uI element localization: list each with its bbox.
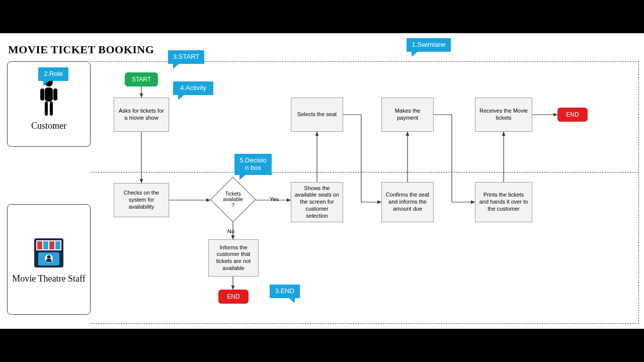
callout-start-label: 3.START xyxy=(173,53,199,60)
swimlane-container xyxy=(91,61,639,324)
diagram-canvas: MOVIE TICKET BOOKING Customer Movie The xyxy=(0,33,644,329)
callout-activity: 4.Activity xyxy=(173,81,213,95)
svg-rect-9 xyxy=(43,241,48,249)
edge-label-no: No xyxy=(226,228,235,234)
callout-swimlane: 1.Swimlane xyxy=(407,38,451,52)
role-customer-label: Customer xyxy=(31,121,66,131)
svg-rect-3 xyxy=(53,88,57,101)
activity-confirm: Confirms the seat and informs the amount… xyxy=(381,182,434,222)
svg-point-14 xyxy=(47,255,51,258)
svg-rect-10 xyxy=(49,241,54,249)
activity-receive: Receives the Movie tickets xyxy=(475,98,532,132)
activity-inform-na: Informs the customer that tickets are no… xyxy=(208,239,259,277)
edge-label-yes: Yes xyxy=(269,196,280,202)
callout-swimlane-label: 1.Swimlane xyxy=(412,41,445,48)
callout-start: 3.START xyxy=(168,50,204,64)
end-node-2: END xyxy=(218,290,249,304)
svg-rect-11 xyxy=(55,241,60,249)
callout-end: 3.END xyxy=(270,285,300,298)
svg-rect-15 xyxy=(46,259,51,262)
activity-select-seat: Selects the seat xyxy=(291,98,343,132)
diagram-title: MOVIE TICKET BOOKING xyxy=(8,43,154,56)
callout-activity-label: 4.Activity xyxy=(180,84,206,92)
decision-label: Tickets available ? xyxy=(210,177,256,222)
end-node-1: END xyxy=(557,108,588,122)
role-staff: Movie Theatre Staff xyxy=(7,204,91,315)
activity-print: Prints the tickets and hands it over to … xyxy=(475,182,532,222)
svg-rect-4 xyxy=(45,102,48,116)
ticket-booth-icon xyxy=(31,235,66,270)
callout-decision-label: 5.Decisio n box xyxy=(239,156,266,171)
svg-rect-1 xyxy=(45,87,53,102)
callout-decision: 5.Decisio n box xyxy=(234,154,272,175)
role-staff-label: Movie Theatre Staff xyxy=(12,274,85,284)
decision-tickets-available: Tickets available ? xyxy=(210,177,256,222)
svg-rect-5 xyxy=(50,102,53,116)
activity-check: Checks on the system for availability xyxy=(114,183,169,217)
callout-role-label: 2.Role xyxy=(44,70,63,77)
activity-show-seats: Shows the available seats on the screen … xyxy=(291,182,343,222)
activity-ask: Asks for tickets for a movie show xyxy=(114,98,169,132)
activity-pay: Makes the payment xyxy=(381,98,434,132)
callout-end-label: 3.END xyxy=(275,287,294,295)
svg-rect-8 xyxy=(37,241,42,249)
svg-rect-2 xyxy=(40,88,44,101)
swimlane-divider xyxy=(91,172,639,172)
start-node: START xyxy=(125,72,158,86)
callout-role: 2.Role xyxy=(38,67,68,81)
